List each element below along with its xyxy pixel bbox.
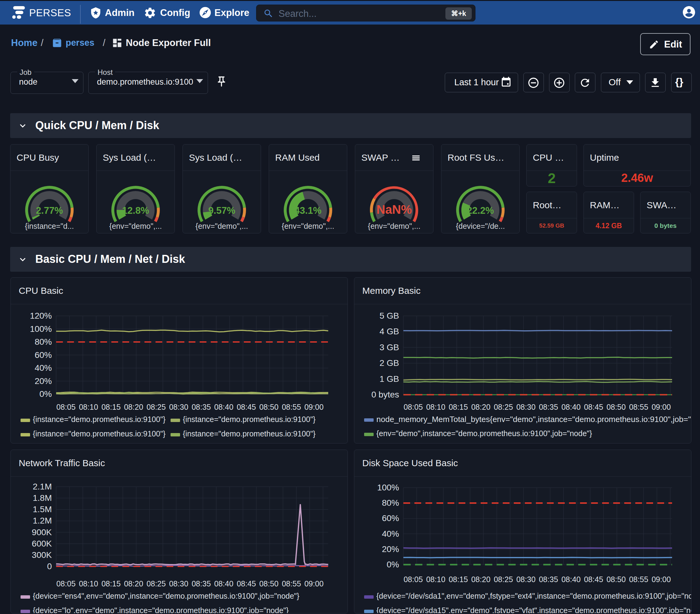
- svg-text:08:35: 08:35: [192, 579, 211, 588]
- svg-text:0 bytes: 0 bytes: [372, 390, 399, 399]
- svg-text:0%: 0%: [40, 389, 52, 399]
- svg-text:08:25: 08:25: [494, 575, 513, 584]
- svg-text:08:15: 08:15: [449, 403, 468, 411]
- svg-text:4 GB: 4 GB: [379, 327, 399, 336]
- svg-text:08:20: 08:20: [124, 579, 143, 588]
- svg-text:08:05: 08:05: [57, 579, 76, 588]
- svg-text:08:20: 08:20: [124, 403, 143, 411]
- svg-text:08:40: 08:40: [561, 575, 581, 584]
- svg-text:08:40: 08:40: [214, 579, 234, 588]
- svg-text:08:35: 08:35: [192, 403, 211, 411]
- svg-text:NaN%: NaN%: [376, 203, 412, 216]
- svg-text:08:50: 08:50: [259, 403, 278, 411]
- svg-text:08:10: 08:10: [79, 579, 98, 588]
- svg-text:100%: 100%: [377, 483, 399, 492]
- svg-text:1 GB: 1 GB: [379, 374, 399, 384]
- svg-text:08:05: 08:05: [404, 403, 423, 411]
- svg-text:40%: 40%: [382, 529, 399, 539]
- svg-text:12.8%: 12.8%: [122, 205, 149, 216]
- svg-text:08:05: 08:05: [57, 403, 76, 411]
- svg-text:0: 0: [47, 562, 52, 571]
- svg-text:0%: 0%: [387, 560, 399, 569]
- svg-text:08:20: 08:20: [471, 403, 490, 411]
- svg-text:43.1%: 43.1%: [295, 205, 322, 216]
- svg-text:08:25: 08:25: [494, 403, 513, 411]
- svg-text:08:30: 08:30: [516, 575, 536, 584]
- svg-text:900K: 900K: [32, 527, 52, 537]
- svg-text:09:00: 09:00: [304, 403, 324, 411]
- svg-text:08:40: 08:40: [561, 403, 581, 411]
- svg-text:08:05: 08:05: [404, 575, 423, 584]
- svg-text:100%: 100%: [30, 324, 52, 334]
- svg-text:2.1M: 2.1M: [33, 482, 52, 491]
- svg-text:300K: 300K: [32, 550, 52, 560]
- svg-text:08:55: 08:55: [282, 579, 301, 588]
- svg-text:08:20: 08:20: [471, 575, 490, 584]
- svg-text:08:30: 08:30: [169, 579, 188, 588]
- svg-text:08:50: 08:50: [607, 575, 626, 584]
- svg-text:9.57%: 9.57%: [208, 205, 235, 216]
- svg-text:08:30: 08:30: [169, 403, 188, 411]
- svg-text:08:45: 08:45: [237, 579, 256, 588]
- svg-text:3 GB: 3 GB: [379, 342, 399, 352]
- svg-text:20%: 20%: [382, 544, 399, 554]
- svg-text:09:00: 09:00: [651, 403, 671, 411]
- svg-text:08:35: 08:35: [539, 403, 558, 411]
- svg-text:08:15: 08:15: [449, 575, 468, 584]
- svg-text:40%: 40%: [35, 363, 52, 373]
- svg-text:80%: 80%: [35, 337, 52, 347]
- svg-text:08:15: 08:15: [101, 403, 121, 411]
- svg-text:1.2M: 1.2M: [33, 516, 52, 525]
- svg-text:5 GB: 5 GB: [379, 311, 399, 321]
- svg-text:20%: 20%: [35, 376, 52, 386]
- svg-text:600K: 600K: [32, 539, 52, 548]
- svg-text:2.77%: 2.77%: [36, 205, 63, 216]
- svg-text:08:30: 08:30: [516, 403, 536, 411]
- svg-text:1.5M: 1.5M: [33, 504, 52, 514]
- svg-text:08:45: 08:45: [584, 575, 603, 584]
- svg-text:08:10: 08:10: [79, 403, 98, 411]
- svg-text:60%: 60%: [382, 513, 399, 523]
- svg-text:08:50: 08:50: [607, 403, 626, 411]
- svg-text:08:55: 08:55: [629, 403, 649, 411]
- svg-text:08:10: 08:10: [426, 403, 446, 411]
- svg-text:80%: 80%: [382, 498, 399, 508]
- svg-text:08:55: 08:55: [282, 403, 301, 411]
- svg-text:08:10: 08:10: [426, 575, 446, 584]
- svg-text:120%: 120%: [30, 311, 52, 321]
- svg-text:08:45: 08:45: [584, 403, 603, 411]
- svg-text:08:25: 08:25: [147, 579, 166, 588]
- svg-text:2 GB: 2 GB: [379, 358, 399, 368]
- svg-text:08:25: 08:25: [147, 403, 166, 411]
- svg-text:08:40: 08:40: [214, 403, 234, 411]
- svg-text:08:35: 08:35: [539, 575, 558, 584]
- svg-text:08:55: 08:55: [629, 575, 649, 584]
- svg-text:22.2%: 22.2%: [467, 205, 494, 216]
- svg-text:08:15: 08:15: [101, 579, 121, 588]
- svg-text:08:45: 08:45: [237, 403, 256, 411]
- svg-text:09:00: 09:00: [304, 579, 324, 588]
- svg-text:60%: 60%: [35, 350, 52, 360]
- svg-text:09:00: 09:00: [651, 575, 671, 584]
- svg-text:1.8M: 1.8M: [33, 493, 52, 503]
- svg-text:08:50: 08:50: [259, 579, 278, 588]
